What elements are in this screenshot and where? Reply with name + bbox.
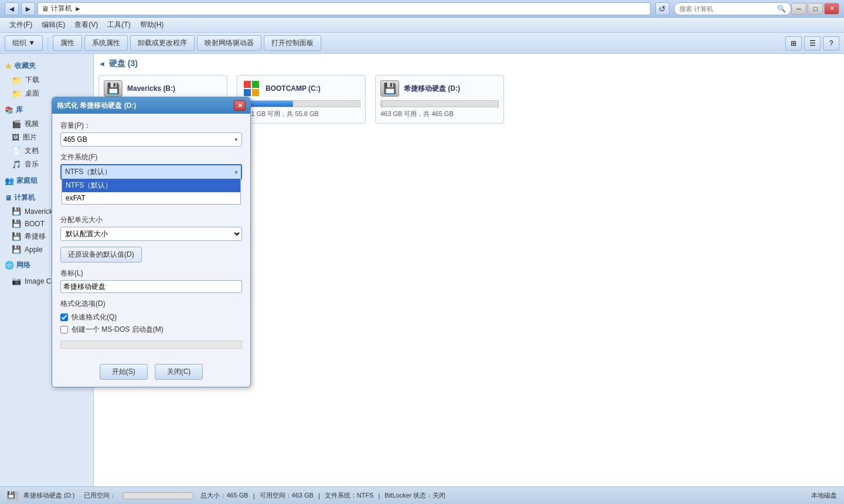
alloc-group: 分配单元大小 默认配置大小	[60, 215, 242, 241]
alloc-label: 分配单元大小	[60, 215, 242, 225]
restore-group: 还原设备的默认值(D)	[60, 247, 242, 263]
capacity-label: 容量(P)：	[60, 121, 242, 131]
filesystem-group: 文件系统(F) NTFS（默认） NTFS（默认） exFAT	[60, 152, 242, 180]
msdos-label: 创建一个 MS-DOS 启动盘(M)	[72, 325, 164, 335]
capacity-select[interactable]: 465 GB	[60, 132, 242, 147]
filesystem-select-wrapper: NTFS（默认） NTFS（默认） exFAT	[60, 164, 242, 180]
alloc-select-wrapper: 默认配置大小	[60, 227, 242, 241]
dialog-titlebar: 格式化 希捷移动硬盘 (D:) ✕	[52, 97, 250, 114]
dialog-body: 容量(P)： 465 GB 文件系统(F) NTFS（默认） NTFS（默认） …	[52, 114, 250, 360]
msdos-checkbox[interactable]	[60, 326, 68, 333]
volume-group: 卷标(L)	[60, 268, 242, 293]
format-options-group: 格式化选项(D) 快速格式化(Q) 创建一个 MS-DOS 启动盘(M)	[60, 299, 242, 335]
dialog-overlay: 格式化 希捷移动硬盘 (D:) ✕ 容量(P)： 465 GB 文件系统(F) …	[0, 0, 844, 504]
filesystem-dropdown: NTFS（默认） exFAT	[62, 179, 241, 205]
format-options-title: 格式化选项(D)	[60, 299, 242, 309]
filesystem-select-container: NTFS（默认） NTFS（默认） exFAT	[60, 164, 242, 180]
quick-format-row: 快速格式化(Q)	[60, 312, 242, 322]
format-dialog: 格式化 希捷移动硬盘 (D:) ✕ 容量(P)： 465 GB 文件系统(F) …	[52, 97, 251, 387]
volume-label: 卷标(L)	[60, 268, 242, 278]
dialog-close-button[interactable]: 关闭(C)	[155, 364, 203, 380]
alloc-select[interactable]: 默认配置大小	[60, 227, 242, 241]
quick-format-checkbox[interactable]	[60, 314, 68, 321]
start-button[interactable]: 开始(S)	[100, 364, 148, 380]
volume-input[interactable]	[60, 280, 242, 293]
filesystem-label: 文件系统(F)	[60, 152, 242, 162]
dialog-close-x-button[interactable]: ✕	[234, 100, 246, 111]
capacity-select-wrapper: 465 GB	[60, 132, 242, 147]
capacity-group: 容量(P)： 465 GB	[60, 121, 242, 147]
dialog-footer: 开始(S) 关闭(C)	[52, 360, 250, 387]
dialog-title: 格式化 希捷移动硬盘 (D:)	[57, 101, 234, 111]
progress-bar-placeholder	[60, 340, 242, 349]
filesystem-selected-value[interactable]: NTFS（默认）	[62, 165, 241, 179]
quick-format-label: 快速格式化(Q)	[72, 312, 117, 322]
filesystem-option-exfat[interactable]: exFAT	[62, 192, 240, 204]
restore-defaults-button[interactable]: 还原设备的默认值(D)	[60, 247, 142, 263]
filesystem-option-ntfs[interactable]: NTFS（默认）	[62, 179, 240, 192]
msdos-row: 创建一个 MS-DOS 启动盘(M)	[60, 325, 242, 335]
